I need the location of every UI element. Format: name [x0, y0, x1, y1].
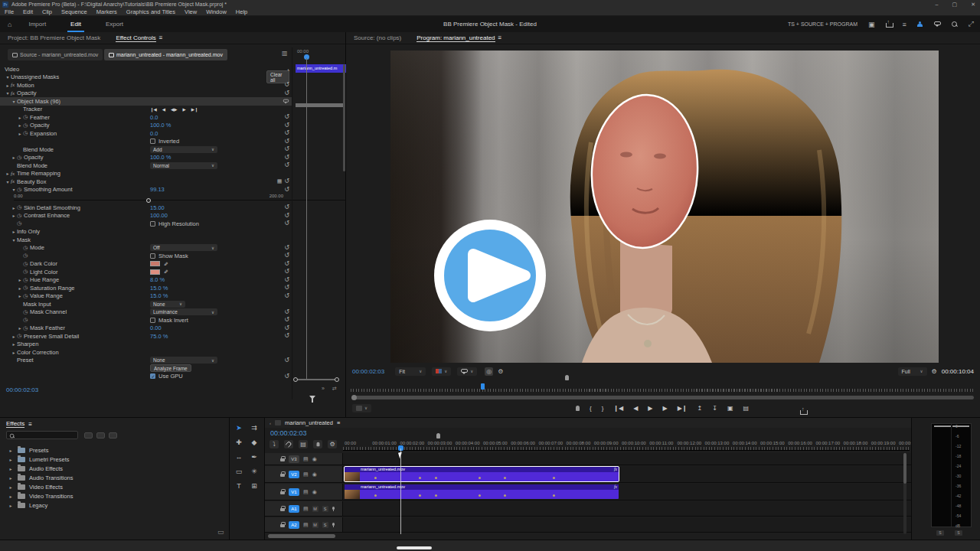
checkbox[interactable] — [150, 221, 155, 227]
play-around-icon[interactable]: » — [322, 386, 325, 391]
timeline-view-toggle-icon[interactable]: ▥ — [282, 50, 288, 57]
tab-effect-controls[interactable]: Effect Controls≡ — [108, 32, 170, 44]
voiceover-mic-icon[interactable] — [332, 523, 335, 527]
twirl-closed-icon[interactable]: ▸ — [11, 213, 17, 218]
effect-row-smoothing-amount[interactable]: ▾◷Smoothing Amount99.13↺ — [0, 186, 292, 194]
effects-bin-audio-transitions[interactable]: ▸ Audio Transitions — [0, 473, 230, 482]
menu-sequence[interactable]: Sequence — [57, 8, 92, 15]
search-icon[interactable] — [952, 21, 958, 28]
filter-properties-icon[interactable] — [309, 396, 315, 412]
close-button[interactable]: ✕ — [971, 2, 975, 8]
ec-zoom-bar[interactable] — [295, 377, 338, 382]
menu-file[interactable]: File — [0, 8, 18, 15]
dropdown-normal[interactable]: Normal — [150, 162, 217, 169]
sequence-marker-icon[interactable] — [436, 433, 440, 439]
zoom-level-dropdown[interactable]: Fit∨ — [395, 367, 426, 376]
effect-row-dark-color[interactable]: ◷Dark Color✎↺ — [0, 260, 292, 269]
sequence-tab[interactable]: mariann_untreated — [285, 419, 333, 426]
zoom-tool[interactable]: ⊞ — [249, 481, 260, 491]
param-value[interactable]: 100.0 % — [150, 154, 172, 161]
comparison-view-icon[interactable]: ▤ — [743, 405, 750, 412]
effects-bin-presets[interactable]: ▸ Presets — [0, 445, 230, 455]
program-video-frame[interactable] — [390, 51, 939, 363]
add-marker-icon[interactable] — [576, 406, 580, 411]
sync-lock-icon[interactable]: ▤ — [303, 489, 309, 495]
sync-lock-icon[interactable]: ▤ — [303, 471, 309, 478]
track-lock-icon[interactable] — [280, 471, 285, 477]
reset-parameter-icon[interactable]: ↺ — [284, 130, 289, 136]
clip-marker[interactable] — [419, 477, 421, 479]
nav-edit[interactable]: Edit — [58, 16, 93, 32]
reset-parameter-icon[interactable]: ↺ — [284, 317, 289, 323]
stopwatch-icon[interactable]: ◷ — [23, 309, 28, 315]
effect-row-unassigned-masks[interactable]: ▾Unassigned MasksClear all — [0, 73, 292, 82]
timeline-horizontal-scrollbar[interactable] — [268, 534, 335, 538]
param-value[interactable]: 100.00 — [150, 212, 168, 219]
panel-menu-icon[interactable]: ≡ — [498, 34, 502, 41]
track-target-badge[interactable]: V3 — [289, 455, 299, 463]
create-mask-icon[interactable]: ▦ — [277, 178, 283, 184]
nav-import[interactable]: Import — [16, 16, 58, 32]
stopwatch-icon[interactable]: ◷ — [23, 253, 28, 259]
twirl-closed-icon[interactable]: ▸ — [8, 448, 14, 453]
twirl-closed-icon[interactable]: ▸ — [17, 325, 23, 331]
workspace-icon[interactable]: ▣ — [868, 21, 875, 28]
menu-window[interactable]: Window — [201, 8, 231, 15]
step-forward-icon[interactable]: ▶ — [663, 405, 668, 412]
reset-parameter-icon[interactable]: ↺ — [284, 139, 289, 145]
reset-parameter-icon[interactable]: ↺ — [284, 162, 289, 168]
dropdown-add[interactable]: Add — [150, 146, 217, 153]
twirl-open-icon[interactable]: ▾ — [11, 99, 17, 104]
checkbox[interactable] — [150, 373, 155, 379]
twirl-closed-icon[interactable]: ▸ — [8, 484, 14, 490]
tracker-button[interactable]: ◀ — [162, 107, 165, 112]
effect-row-opacity[interactable]: ▸◷Opacity100.0 %↺ — [0, 154, 292, 162]
reset-parameter-icon[interactable]: ↺ — [284, 114, 289, 120]
tab-effects[interactable]: Effects — [6, 420, 24, 428]
export-frame-icon[interactable]: ▣ — [727, 405, 733, 412]
clip-marker[interactable] — [435, 477, 437, 479]
twirl-closed-icon[interactable]: ▸ — [17, 293, 23, 298]
track-lock-icon[interactable] — [280, 489, 285, 494]
solo-button[interactable]: S — [322, 522, 328, 528]
reset-parameter-icon[interactable]: ↺ — [284, 373, 289, 380]
comment-icon[interactable] — [283, 99, 289, 103]
twirl-open-icon[interactable]: ▾ — [5, 179, 11, 184]
effect-row-preserve-small-detail[interactable]: ▸◷Preserve Small Detail75.0 %↺ — [0, 332, 292, 341]
twirl-closed-icon[interactable]: ▸ — [8, 457, 14, 462]
stopwatch-icon[interactable]: ◷ — [17, 220, 21, 227]
track-a2[interactable]: A2▤MS — [265, 517, 911, 533]
filter-32bit-icon[interactable] — [96, 432, 105, 439]
effect-row-mask[interactable]: ▾Mask — [0, 236, 292, 244]
stopwatch-icon[interactable]: ◷ — [23, 317, 28, 323]
clip-marker[interactable] — [504, 477, 506, 479]
reset-parameter-icon[interactable]: ↺ — [284, 220, 289, 227]
stopwatch-icon[interactable]: ◷ — [17, 155, 21, 161]
minimize-button[interactable]: – — [936, 2, 939, 7]
twirl-closed-icon[interactable]: ▸ — [5, 83, 11, 88]
stopwatch-icon[interactable]: ◷ — [17, 187, 21, 193]
effect-row-beauty-box[interactable]: ▾fxBeauty Box▦↺ — [0, 178, 292, 186]
clip-marker[interactable] — [553, 494, 555, 497]
reset-parameter-icon[interactable]: ↺ — [284, 90, 289, 96]
param-value[interactable]: 15.00 — [150, 204, 165, 211]
user-icon[interactable] — [917, 21, 923, 28]
razor-tool[interactable]: ◆ — [249, 437, 260, 448]
wrench-icon[interactable]: ⚙ — [932, 368, 937, 375]
reset-parameter-icon[interactable]: ↺ — [284, 245, 289, 251]
ec-timecode[interactable]: 00:00:02:03 — [6, 386, 38, 393]
menu-help[interactable]: Help — [231, 8, 252, 15]
eyedropper-icon[interactable]: ✎ — [162, 269, 168, 274]
twirl-closed-icon[interactable]: ▸ — [17, 285, 23, 291]
stopwatch-icon[interactable]: ◷ — [23, 277, 28, 283]
program-playhead[interactable] — [481, 383, 485, 390]
effect-row-saturation-range[interactable]: ▸◷Saturation Range15.0 %↺ — [0, 284, 292, 292]
workspace-label[interactable]: TS + SOURCE + PROGRAM — [788, 21, 858, 27]
dropdown-none[interactable]: None — [150, 357, 217, 364]
panel-chevron-icon[interactable]: ‹ — [270, 421, 271, 425]
reset-parameter-icon[interactable]: ↺ — [284, 82, 289, 88]
menu-clip[interactable]: Clip — [38, 8, 57, 15]
stopwatch-icon[interactable]: ◷ — [17, 204, 21, 210]
effect-row-hue-range[interactable]: ▸◷Hue Range8.0 %↺ — [0, 276, 292, 285]
nest-toggle-icon[interactable]: ⤵ — [270, 440, 279, 448]
